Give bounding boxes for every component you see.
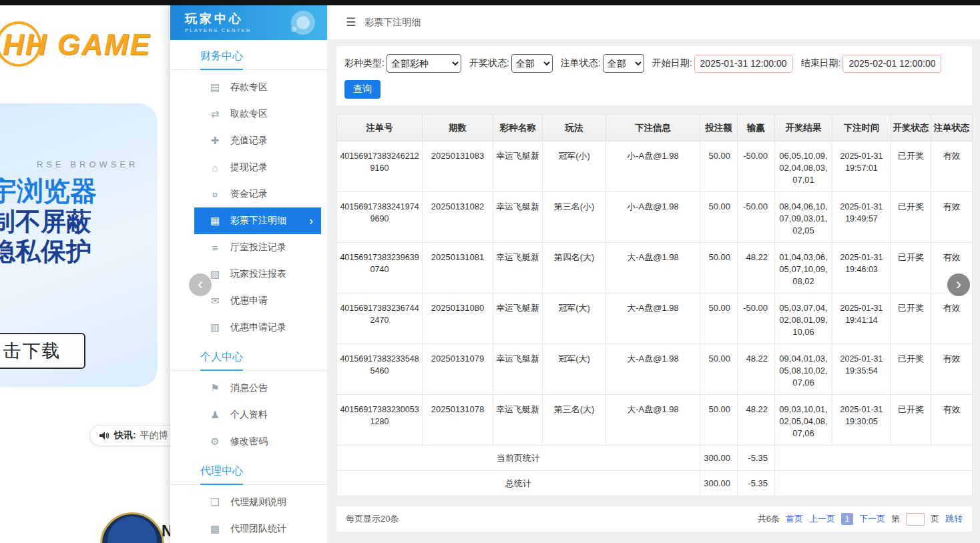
summary-row: 总统计300.00-5.35 (337, 471, 973, 496)
lottery-type-select[interactable]: 全部彩种 (387, 54, 461, 73)
column-header-bet-info: 下注信息 (606, 115, 700, 141)
cell-result: 01,04,03,06,05,07,10,09,08,02 (775, 243, 832, 294)
sidebar-section-title: 个人中心 (170, 350, 327, 371)
withdrawal-record-icon: ⌂ (208, 162, 222, 173)
jump-button[interactable]: 跳转 (945, 513, 963, 525)
funds-record-icon: ¤ (208, 189, 222, 200)
sidebar-item-promo-apply[interactable]: ✉优惠申请 (194, 288, 321, 314)
cell-period: 20250131078 (423, 395, 493, 446)
column-header-amount: 投注额 (700, 115, 738, 141)
cell-bet-info: 大-A盘@1.98 (606, 294, 700, 344)
sidebar: 玩家中心 PLAYERS CENTER 财务中心▤存款专区⇄取款专区✚充值记录⌂… (170, 5, 328, 543)
menu-icon[interactable]: ☰ (346, 15, 356, 29)
sidebar-item-profile[interactable]: ♟个人资料 (194, 402, 321, 428)
sidebar-item-hall-bet-records[interactable]: ≡厅室投注记录 (194, 234, 321, 261)
bet-status-select[interactable]: 全部 (603, 54, 644, 73)
prev-page-link[interactable]: 上一页 (809, 513, 835, 525)
pagination-bar: 每页显示20条 共6条 首页 上一页 1 下一页 第 页 跳转 (336, 506, 972, 532)
sidebar-item-label: 玩家投注报表 (230, 268, 286, 280)
cell-bet-status: 有效 (931, 294, 973, 344)
cell-lottery: 幸运飞艇新 (493, 192, 543, 243)
sidebar-item-change-password[interactable]: ⚙修改密码 (194, 428, 321, 455)
sidebar-item-label: 修改密码 (230, 436, 268, 448)
column-header-winloss: 输赢 (738, 115, 775, 141)
cell-bet-time: 2025-01-31 19:35:54 (832, 344, 891, 395)
cell-bet-no: 401569173832300531280 (337, 395, 423, 446)
summary-empty (775, 471, 973, 496)
page-jump-input[interactable] (906, 513, 925, 526)
first-page-link[interactable]: 首页 (786, 513, 803, 525)
team-logo (100, 512, 164, 543)
profile-icon: ♟ (208, 409, 222, 421)
sidebar-item-label: 优惠申请记录 (230, 322, 286, 334)
column-header-bet-time: 下注时间 (832, 115, 891, 141)
promo-record-icon: ▥ (208, 322, 222, 334)
cell-draw-status: 已开奖 (891, 395, 931, 446)
sidebar-nav: 财务中心▤存款专区⇄取款专区✚充值记录⌂提现记录¤资金记录▦彩票下注明细›≡厅室… (170, 49, 327, 542)
team-stats-icon: ▩ (208, 523, 222, 535)
cell-bet-status: 有效 (931, 192, 973, 243)
sidebar-header: 玩家中心 PLAYERS CENTER (170, 5, 327, 40)
column-header-result: 开奖结果 (775, 115, 832, 141)
cell-bet-time: 2025-01-31 19:46:03 (832, 243, 891, 294)
report-icon: ▧ (208, 268, 222, 280)
sidebar-item-agent-team-stats[interactable]: ▩代理团队统计 (194, 516, 321, 542)
main-content: 彩种类型: 全部彩种 开奖状态: 全部 注单状态: 全部 开始日期: 结束日期: (328, 40, 980, 532)
lottery-type-label: 彩种类型: (344, 57, 385, 69)
cell-draw-status: 已开奖 (891, 243, 931, 294)
sidebar-item-label: 代理规则说明 (230, 496, 286, 508)
sidebar-item-messages[interactable]: ⚑消息公告 (194, 375, 321, 402)
cell-bet-no: 401569173832335485460 (337, 344, 423, 395)
sidebar-item-promo-apply-records[interactable]: ▥优惠申请记录 (194, 314, 321, 341)
cell-winloss: -50.00 (738, 294, 775, 344)
main-topbar: ☰ 彩票下注明细 (328, 5, 980, 40)
cell-amount: 50.00 (700, 141, 738, 192)
download-button[interactable]: 击下载 (0, 333, 85, 369)
table-row: 40156917383241974969020250131082幸运飞艇新第三名… (337, 192, 973, 243)
end-date-label: 结束日期: (801, 57, 841, 69)
draw-status-select[interactable]: 全部 (511, 54, 553, 73)
carousel-left-arrow[interactable]: ‹ (189, 274, 212, 296)
table-header: 注单号期数彩种名称玩法下注信息投注额输赢开奖结果下注时间开奖状态注单状态 (337, 115, 973, 141)
filter-panel: 彩种类型: 全部彩种 开奖状态: 全部 注单状态: 全部 开始日期: 结束日期: (336, 46, 972, 105)
sidebar-item-label: 存款专区 (230, 81, 268, 93)
query-button[interactable]: 查询 (344, 80, 381, 99)
dice-icon (291, 11, 315, 35)
promo-headline-3: 隐私保护 (0, 235, 91, 269)
sidebar-item-recharge-records[interactable]: ✚充值记录 (194, 127, 321, 154)
summary-winloss: -5.35 (738, 471, 775, 496)
cell-amount: 50.00 (700, 243, 738, 294)
summary-label: 当前页统计 (337, 446, 700, 471)
cell-amount: 50.00 (700, 294, 738, 344)
sidebar-item-player-bet-report[interactable]: ▧玩家投注报表 (194, 261, 321, 288)
start-date-input[interactable] (694, 55, 793, 73)
cell-lottery: 幸运飞艇新 (493, 344, 543, 395)
end-date-input[interactable] (842, 55, 941, 73)
cell-result: 05,03,07,04,02,08,01,09,10,06 (775, 294, 832, 344)
promo-headline-2: 制不屏蔽 (0, 205, 91, 239)
carousel-right-arrow[interactable]: › (947, 274, 970, 296)
agent-rules-icon: ❏ (208, 496, 222, 508)
cell-period: 20250131080 (423, 294, 493, 344)
sidebar-item-funds-records[interactable]: ¤资金记录 (194, 181, 321, 207)
next-page-link[interactable]: 下一页 (859, 513, 885, 525)
draw-status-label: 开奖状态: (469, 57, 509, 69)
cell-bet-no: 401569173832462129160 (337, 141, 423, 192)
cell-lottery: 幸运飞艇新 (493, 395, 543, 446)
browser-top-strip (0, 0, 980, 5)
page-title: 彩票下注明细 (364, 17, 421, 29)
cell-draw-status: 已开奖 (891, 141, 931, 192)
cell-play: 冠军(小) (543, 141, 606, 192)
sidebar-item-withdrawal-records[interactable]: ⌂提现记录 (194, 154, 321, 181)
sidebar-item-withdraw-zone[interactable]: ⇄取款专区 (194, 101, 321, 127)
cell-play: 冠军(大) (543, 294, 606, 344)
sidebar-item-agent-rules[interactable]: ❏代理规则说明 (194, 489, 321, 516)
cell-play: 第三名(大) (543, 395, 606, 446)
sidebar-item-deposit-zone[interactable]: ▤存款专区 (194, 74, 321, 101)
bet-status-label: 注单状态: (561, 57, 601, 69)
summary-amount: 300.00 (700, 471, 738, 496)
promo-subtitle: RSE BROWSER (37, 159, 139, 169)
sidebar-item-lottery-bet-details[interactable]: ▦彩票下注明细› (194, 207, 321, 234)
news-ticker: 快讯: 平的博 (89, 425, 183, 446)
current-page-badge: 1 (841, 513, 853, 525)
